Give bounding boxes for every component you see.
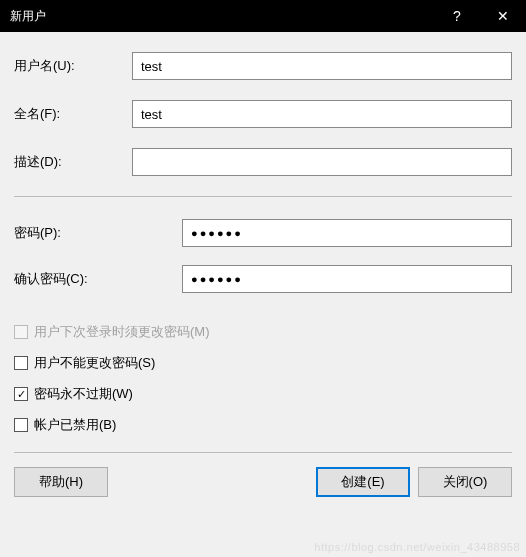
checkbox-password-never-expires[interactable]: ✓ 密码永不过期(W) (14, 385, 512, 403)
create-button[interactable]: 创建(E) (316, 467, 410, 497)
checkbox-label: 用户不能更改密码(S) (34, 354, 155, 372)
confirm-password-input[interactable]: ●●●●●● (182, 265, 512, 293)
checkbox-label: 用户下次登录时须更改密码(M) (34, 323, 210, 341)
checkbox-box-icon (14, 418, 28, 432)
checkbox-box-icon (14, 325, 28, 339)
button-row: 帮助(H) 创建(E) 关闭(O) (14, 467, 512, 497)
row-description: 描述(D): (14, 148, 512, 176)
checkbox-box-icon: ✓ (14, 387, 28, 401)
fullname-input[interactable] (132, 100, 512, 128)
username-input[interactable] (132, 52, 512, 80)
watermark: https://blog.csdn.net/weixin_43488958 (314, 541, 520, 553)
row-username: 用户名(U): (14, 52, 512, 80)
dialog-content: 用户名(U): 全名(F): 描述(D): 密码(P): ●●●●●● 确认密码… (0, 32, 526, 511)
window-title: 新用户 (10, 8, 434, 25)
password-label: 密码(P): (14, 224, 182, 242)
row-password: 密码(P): ●●●●●● (14, 219, 512, 247)
description-input[interactable] (132, 148, 512, 176)
username-label: 用户名(U): (14, 57, 132, 75)
close-button[interactable]: 关闭(O) (418, 467, 512, 497)
help-button[interactable]: 帮助(H) (14, 467, 108, 497)
checkbox-label: 密码永不过期(W) (34, 385, 133, 403)
description-label: 描述(D): (14, 153, 132, 171)
checkbox-user-cannot-change-password[interactable]: 用户不能更改密码(S) (14, 354, 512, 372)
password-input[interactable]: ●●●●●● (182, 219, 512, 247)
checkbox-must-change-password: 用户下次登录时须更改密码(M) (14, 323, 512, 341)
row-fullname: 全名(F): (14, 100, 512, 128)
row-confirm-password: 确认密码(C): ●●●●●● (14, 265, 512, 293)
checkbox-group: 用户下次登录时须更改密码(M) 用户不能更改密码(S) ✓ 密码永不过期(W) … (14, 323, 512, 434)
separator-bottom (14, 452, 512, 453)
separator-top (14, 196, 512, 197)
titlebar: 新用户 ? ✕ (0, 0, 526, 32)
confirm-password-label: 确认密码(C): (14, 270, 182, 288)
close-icon[interactable]: ✕ (480, 0, 526, 32)
fullname-label: 全名(F): (14, 105, 132, 123)
checkbox-account-disabled[interactable]: 帐户已禁用(B) (14, 416, 512, 434)
checkbox-box-icon (14, 356, 28, 370)
checkbox-label: 帐户已禁用(B) (34, 416, 116, 434)
help-icon[interactable]: ? (434, 0, 480, 32)
